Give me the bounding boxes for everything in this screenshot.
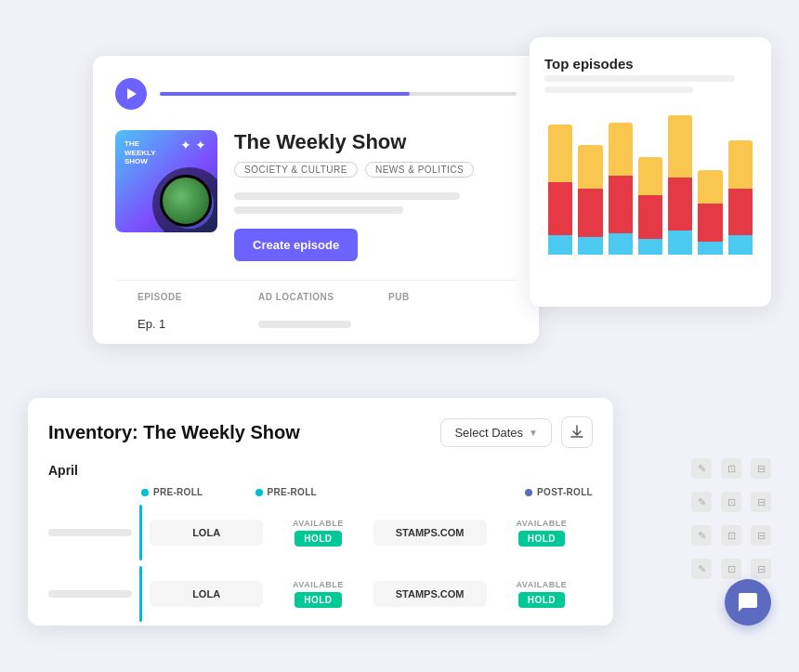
action-row-2: ✎ ⊡ ⊟ bbox=[691, 492, 771, 512]
copy-icon-2[interactable]: ⊡ bbox=[721, 492, 741, 512]
episode-row-line bbox=[258, 321, 351, 328]
col-header-pub: PUB bbox=[388, 292, 463, 302]
podcast-thumbnail-globe bbox=[160, 175, 212, 227]
inv-divider-1 bbox=[139, 505, 142, 560]
delete-icon-1[interactable]: ⊟ bbox=[751, 458, 771, 479]
edit-icon-4[interactable]: ✎ bbox=[691, 559, 712, 579]
col-header-pre-roll-1: PRE-ROLL bbox=[141, 487, 252, 497]
podcast-thumbnail: THE WEEKLY SHOW ✦ ✦ bbox=[115, 130, 217, 232]
bar-blue-5 bbox=[668, 231, 692, 255]
inv-status-group-3: AVAILABLE HOLD bbox=[491, 519, 593, 547]
inv-hold-1: HOLD bbox=[295, 531, 341, 547]
podcast-details: The Weekly Show SOCIETY & CULTURE NEWS &… bbox=[234, 130, 517, 261]
bar-stack-3 bbox=[609, 123, 633, 255]
inv-hold-4: HOLD bbox=[518, 592, 565, 608]
download-button[interactable] bbox=[561, 416, 593, 448]
inv-available-2: AVAILABLE bbox=[293, 580, 344, 589]
bar-group-4 bbox=[638, 157, 662, 255]
podcast-line-1 bbox=[234, 192, 460, 200]
edit-icon-3[interactable]: ✎ bbox=[691, 525, 712, 546]
bar-blue-6 bbox=[698, 242, 722, 255]
bar-red-3 bbox=[609, 176, 633, 233]
select-dates-button[interactable]: Select Dates ▼ bbox=[440, 418, 552, 447]
col-header-episode: EPISODE bbox=[138, 292, 258, 302]
dot-blue-1 bbox=[525, 489, 532, 496]
inventory-header: Inventory: The Weekly Show Select Dates … bbox=[48, 416, 593, 448]
top-episodes-line-2 bbox=[544, 86, 693, 93]
bar-group-2 bbox=[578, 145, 602, 255]
inv-available-3: AVAILABLE bbox=[517, 519, 568, 528]
create-episode-button[interactable]: Create episode bbox=[234, 229, 358, 261]
inv-advertiser-lola-1: LOLA bbox=[150, 520, 263, 546]
inv-status-group-2: AVAILABLE HOLD bbox=[267, 580, 369, 608]
bar-yellow-1 bbox=[548, 125, 572, 182]
inventory-row-1: LOLA AVAILABLE HOLD STAMPS.COM AVAILABLE… bbox=[48, 505, 593, 560]
inv-row-line-1 bbox=[48, 529, 132, 536]
bar-stack-2 bbox=[578, 145, 602, 255]
inv-advertiser-stamps-2: STAMPS.COM bbox=[373, 581, 487, 607]
dot-teal-1 bbox=[141, 489, 149, 496]
select-dates-label: Select Dates bbox=[454, 426, 523, 440]
podcast-table-row: Ep. 1 bbox=[115, 310, 517, 338]
bar-group-1 bbox=[548, 125, 572, 255]
podcast-thumbnail-stars: ✦ ✦ bbox=[180, 138, 206, 152]
top-episodes-line-1 bbox=[544, 75, 735, 82]
delete-icon-3[interactable]: ⊟ bbox=[751, 525, 771, 546]
copy-icon-3[interactable]: ⊡ bbox=[721, 525, 741, 546]
chat-icon bbox=[737, 591, 759, 613]
inv-row-line-2 bbox=[48, 590, 132, 598]
podcast-card: THE WEEKLY SHOW ✦ ✦ The Weekly Show SOCI… bbox=[93, 56, 539, 344]
bar-yellow-3 bbox=[609, 123, 633, 176]
bar-blue-4 bbox=[638, 239, 662, 255]
bar-yellow-4 bbox=[638, 157, 662, 195]
download-icon bbox=[570, 425, 583, 440]
inv-available-4: AVAILABLE bbox=[517, 580, 568, 589]
inv-advertiser-stamps-1: STAMPS.COM bbox=[373, 520, 487, 546]
inv-hold-2: HOLD bbox=[295, 592, 341, 608]
bar-blue-7 bbox=[728, 235, 753, 255]
bar-stack-6 bbox=[698, 170, 722, 255]
top-episodes-card: Top episodes bbox=[530, 37, 771, 307]
action-row-1: ✎ ⊡ ⊟ bbox=[691, 458, 771, 479]
play-button[interactable] bbox=[115, 78, 147, 110]
col-header-adloc: AD LOCATIONS bbox=[258, 292, 388, 302]
copy-icon-4[interactable]: ⊡ bbox=[721, 559, 741, 579]
podcast-info-row: THE WEEKLY SHOW ✦ ✦ The Weekly Show SOCI… bbox=[115, 130, 517, 261]
delete-icon-4[interactable]: ⊟ bbox=[751, 559, 771, 579]
action-row-4: ✎ ⊡ ⊟ bbox=[691, 559, 771, 579]
edit-icon-2[interactable]: ✎ bbox=[691, 492, 712, 512]
chat-button[interactable] bbox=[725, 579, 771, 626]
podcast-title: The Weekly Show bbox=[234, 130, 517, 154]
chart-area bbox=[544, 106, 756, 255]
bar-group-6 bbox=[698, 170, 722, 255]
bar-red-4 bbox=[638, 195, 662, 239]
bar-yellow-2 bbox=[578, 145, 602, 189]
bar-red-1 bbox=[548, 182, 572, 235]
col-header-post-roll: POST-ROLL bbox=[483, 487, 594, 497]
inventory-row-2: LOLA AVAILABLE HOLD STAMPS.COM AVAILABLE… bbox=[48, 566, 593, 622]
progress-bar bbox=[160, 92, 517, 96]
inv-divider-2 bbox=[139, 566, 142, 622]
progress-row bbox=[115, 78, 517, 110]
bar-stack-1 bbox=[548, 125, 572, 255]
bar-stack-7 bbox=[728, 140, 753, 255]
delete-icon-2[interactable]: ⊟ bbox=[751, 492, 771, 512]
bar-blue-2 bbox=[578, 237, 602, 255]
bar-red-6 bbox=[698, 204, 722, 242]
episode-label: Ep. 1 bbox=[138, 317, 258, 331]
podcast-table-header: EPISODE AD LOCATIONS PUB bbox=[115, 280, 517, 310]
podcast-tags: SOCIETY & CULTURE NEWS & POLITICS bbox=[234, 162, 517, 178]
podcast-thumbnail-text: THE WEEKLY SHOW bbox=[124, 139, 156, 166]
bar-red-5 bbox=[668, 178, 692, 231]
inventory-col-headers: PRE-ROLL PRE-ROLL POST-ROLL bbox=[48, 487, 593, 497]
copy-icon-1[interactable]: ⊡ bbox=[721, 458, 741, 479]
inv-status-group-4: AVAILABLE HOLD bbox=[491, 580, 593, 608]
bar-blue-3 bbox=[609, 233, 633, 255]
inventory-card: Inventory: The Weekly Show Select Dates … bbox=[28, 398, 613, 626]
bar-red-7 bbox=[728, 189, 753, 235]
top-episodes-lines bbox=[544, 75, 756, 93]
inv-advertiser-lola-2: LOLA bbox=[150, 581, 263, 607]
edit-icon-1[interactable]: ✎ bbox=[691, 458, 712, 479]
col-header-pre-roll-2: PRE-ROLL bbox=[255, 487, 366, 497]
chevron-down-icon: ▼ bbox=[529, 428, 538, 438]
